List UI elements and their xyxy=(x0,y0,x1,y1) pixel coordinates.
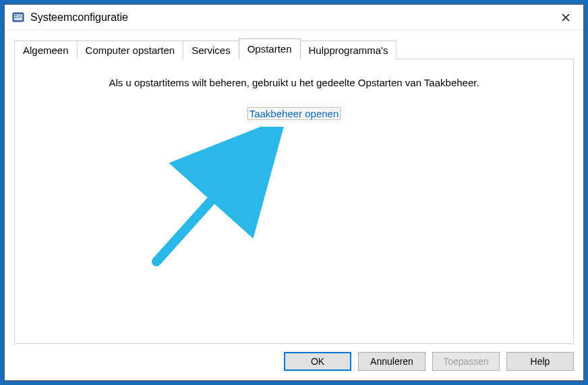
button-label: Annuleren xyxy=(370,356,413,367)
svg-rect-2 xyxy=(15,15,17,16)
startup-info-text: Als u opstartitems wilt beheren, gebruik… xyxy=(35,77,553,88)
tab-label: Opstarten xyxy=(247,43,292,55)
tab-services[interactable]: Services xyxy=(183,40,239,59)
tab-startup[interactable]: Opstarten xyxy=(239,38,301,59)
svg-rect-5 xyxy=(18,16,22,17)
open-task-manager-link[interactable]: Taakbeheer openen xyxy=(247,107,341,120)
tab-boot[interactable]: Computer opstarten xyxy=(77,40,184,59)
dialog-body: Algemeen Computer opstarten Services Ops… xyxy=(5,30,583,380)
close-button[interactable] xyxy=(551,7,581,28)
tab-label: Hulpprogramma's xyxy=(309,45,388,56)
button-label: OK xyxy=(311,356,324,367)
help-button[interactable]: Help xyxy=(506,352,574,371)
button-label: Help xyxy=(531,356,550,367)
tab-label: Computer opstarten xyxy=(86,45,175,56)
tab-tools[interactable]: Hulpprogramma's xyxy=(300,40,397,59)
cancel-button[interactable]: Annuleren xyxy=(358,352,425,371)
dialog-button-row: OK Annuleren Toepassen Help xyxy=(14,352,574,371)
svg-rect-4 xyxy=(18,15,22,16)
tab-general[interactable]: Algemeen xyxy=(14,40,78,59)
dialog-window: Systeemconfiguratie Algemeen Computer op… xyxy=(4,4,584,381)
apply-button: Toepassen xyxy=(432,352,500,371)
titlebar: Systeemconfiguratie xyxy=(5,5,583,30)
svg-rect-6 xyxy=(18,18,22,18)
tab-label: Algemeen xyxy=(23,45,69,56)
ok-button[interactable]: OK xyxy=(284,352,351,371)
window-title: Systeemconfiguratie xyxy=(30,11,551,24)
button-label: Toepassen xyxy=(443,356,489,367)
msconfig-icon xyxy=(11,11,25,24)
tab-panel-startup: Als u opstartitems wilt beheren, gebruik… xyxy=(14,59,574,344)
annotation-arrow-icon xyxy=(136,127,291,275)
svg-line-10 xyxy=(156,138,268,262)
tab-label: Services xyxy=(192,45,231,56)
tabstrip: Algemeen Computer opstarten Services Ops… xyxy=(14,38,574,59)
svg-rect-3 xyxy=(15,17,17,18)
